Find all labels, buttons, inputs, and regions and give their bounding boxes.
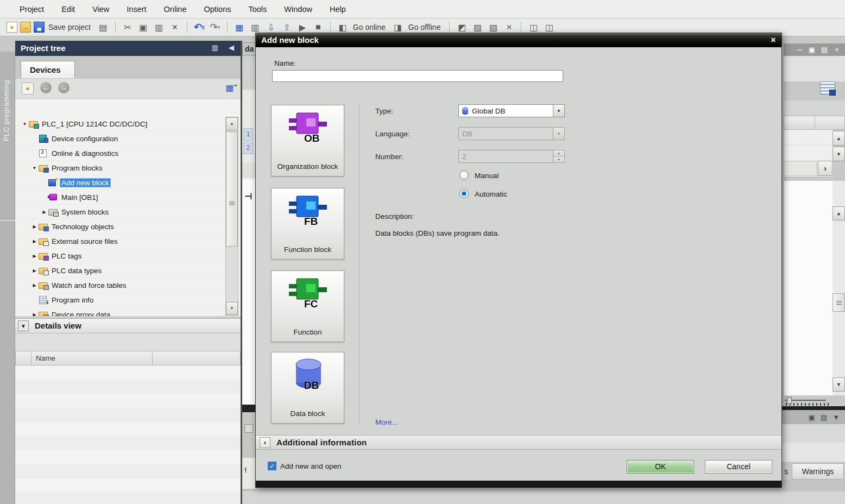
new-project-icon[interactable]: ★	[7, 22, 17, 33]
tree-item[interactable]: ▶External source files	[15, 234, 223, 249]
function-block-button[interactable]: FB Function block	[271, 188, 344, 260]
chevron-right-icon[interactable]: ▶	[30, 312, 39, 317]
split-editor-horizontal-icon[interactable]: ◫	[527, 21, 540, 34]
cancel-button[interactable]: Cancel	[705, 460, 772, 474]
menu-item-online[interactable]: Online	[155, 5, 196, 14]
scroll-down-icon[interactable]: ▼	[833, 147, 845, 161]
open-project-icon[interactable]: →	[20, 22, 31, 33]
menu-item-edit[interactable]: Edit	[53, 5, 84, 14]
add-new-and-open-checkbox[interactable]: ✓	[268, 462, 276, 470]
type-dropdown[interactable]: Global DB ▼	[458, 104, 565, 117]
start-cpu-icon[interactable]: ▶	[296, 21, 309, 34]
print-icon[interactable]: ▤	[97, 21, 110, 34]
accessible-devices-icon[interactable]: ◩	[455, 21, 468, 34]
menu-item-view[interactable]: View	[84, 5, 118, 14]
tab-warnings[interactable]: Warnings	[792, 463, 844, 480]
columns-icon[interactable]: ▥	[210, 43, 220, 52]
go-online-icon[interactable]: ◧	[336, 21, 349, 34]
data-block-button[interactable]: DB Data block	[271, 352, 344, 424]
collapse-left-icon[interactable]: ◀	[229, 43, 234, 52]
maximize-icon[interactable]: ▤	[821, 46, 828, 54]
menu-item-help[interactable]: Help	[321, 5, 355, 14]
details-column-name[interactable]: Name	[31, 351, 153, 366]
chevron-down-icon[interactable]: ▼	[18, 320, 29, 331]
details-view-header[interactable]: ▼ Details view	[15, 318, 241, 333]
function-button[interactable]: FC Function	[271, 270, 344, 342]
menu-item-project[interactable]: Project	[11, 5, 53, 14]
expand-right-icon[interactable]: ›	[818, 161, 833, 176]
additional-information-bar[interactable]: › Additional information	[256, 435, 781, 450]
tab-devices[interactable]: Devices	[21, 61, 75, 78]
menu-item-tools[interactable]: Tools	[239, 5, 275, 14]
chevron-right-icon[interactable]: ▶	[30, 283, 39, 288]
menu-item-options[interactable]: Options	[196, 5, 240, 14]
scrollbar-handle[interactable]	[226, 131, 238, 247]
tree-item[interactable]: ▶System blocks	[15, 205, 223, 219]
tree-item[interactable]: ▶Watch and force tables	[15, 278, 223, 293]
scroll-up-icon[interactable]: ▲	[226, 117, 238, 130]
navigate-forward-icon[interactable]: →	[58, 82, 70, 93]
tree-item[interactable]: ▶Device proxy data	[15, 307, 223, 316]
minimize-icon[interactable]: ─	[796, 46, 803, 54]
tree-item[interactable]: Online & diagnostics	[15, 146, 223, 161]
tree-item[interactable]: ▶PLC data types	[15, 263, 223, 278]
library-view-icon[interactable]: ▦	[233, 21, 246, 34]
chevron-right-icon[interactable]: ▶	[40, 210, 48, 215]
close-window-icon[interactable]: ×	[833, 46, 841, 54]
scroll-down-icon[interactable]: ▼	[833, 377, 845, 392]
panel-divider[interactable]	[241, 41, 242, 504]
add-device-icon[interactable]: ★	[22, 83, 34, 94]
block-name-input[interactable]	[272, 70, 563, 82]
float-panel-icon[interactable]: ▣	[809, 413, 815, 421]
editor-preview-icon[interactable]	[820, 81, 835, 94]
device-view-icon[interactable]: ▥	[249, 21, 262, 34]
delete-icon[interactable]: ×	[168, 21, 181, 34]
scroll-up-icon[interactable]: ▲	[833, 206, 845, 220]
tree-item[interactable]: Device configuration	[15, 131, 223, 146]
tree-item[interactable]: Main [OB1]	[15, 190, 223, 205]
scroll-down-icon[interactable]: ▼	[226, 302, 238, 315]
collapse-panel-icon[interactable]: ▼	[833, 413, 840, 421]
chevron-right-icon[interactable]: ▶	[30, 239, 39, 244]
save-project-icon[interactable]: ▄	[34, 22, 45, 33]
start-simulation-icon[interactable]: ▨	[471, 21, 484, 34]
automatic-radio[interactable]	[459, 189, 469, 198]
paste-icon[interactable]: ▥	[153, 21, 166, 34]
restore-icon[interactable]: ▣	[808, 46, 816, 54]
go-offline-icon[interactable]: ◨	[392, 21, 405, 34]
zoom-slider[interactable]	[785, 395, 833, 406]
chevron-right-icon[interactable]: ▶	[30, 254, 39, 259]
organization-block-button[interactable]: OB Organization block	[271, 105, 344, 177]
tree-item[interactable]: ▶PLC tags	[15, 249, 223, 263]
split-editor-vertical-icon[interactable]: ◫	[543, 21, 556, 34]
more-link[interactable]: More...	[375, 418, 398, 426]
scroll-up-icon[interactable]: ▲	[833, 131, 845, 146]
manual-radio[interactable]	[459, 171, 469, 180]
tree-item[interactable]: Add new block	[15, 175, 223, 190]
stop-cpu-icon[interactable]: ■	[312, 21, 325, 34]
editor-tab-fragment[interactable]: da	[242, 42, 256, 56]
close-icon[interactable]: ×	[768, 35, 779, 46]
tree-item[interactable]: Program info	[15, 293, 223, 307]
chevron-right-icon[interactable]: ▶	[30, 224, 39, 229]
chevron-right-icon[interactable]: ›	[260, 437, 270, 448]
cross-references-icon[interactable]: ×	[502, 21, 515, 34]
tree-item[interactable]: ▼Program blocks	[15, 161, 223, 175]
scrollbar-handle[interactable]	[833, 293, 845, 312]
redo-icon[interactable]: ↷	[209, 21, 222, 34]
panel-menu-icon[interactable]: ▤	[821, 413, 827, 421]
navigate-back-icon[interactable]: ←	[40, 82, 52, 93]
cut-icon[interactable]: ✂	[121, 21, 134, 34]
undo-icon[interactable]: ↶	[193, 21, 206, 34]
menu-item-insert[interactable]: Insert	[118, 5, 155, 14]
tree-scrollbar[interactable]: ▲ ▼	[225, 117, 238, 316]
chevron-right-icon[interactable]: ▶	[30, 268, 39, 273]
upload-from-device-icon[interactable]: ⇧	[280, 21, 293, 34]
stop-simulation-icon[interactable]: ▧	[487, 21, 500, 34]
copy-icon[interactable]: ▣	[137, 21, 150, 34]
chevron-down-icon[interactable]: ▼	[21, 122, 29, 127]
tree-item[interactable]: ▶Technology objects	[15, 219, 223, 234]
chevron-down-icon[interactable]: ▼	[30, 166, 39, 171]
sort-view-icon[interactable]: ▦	[224, 82, 236, 93]
ok-button[interactable]: OK	[627, 460, 694, 474]
